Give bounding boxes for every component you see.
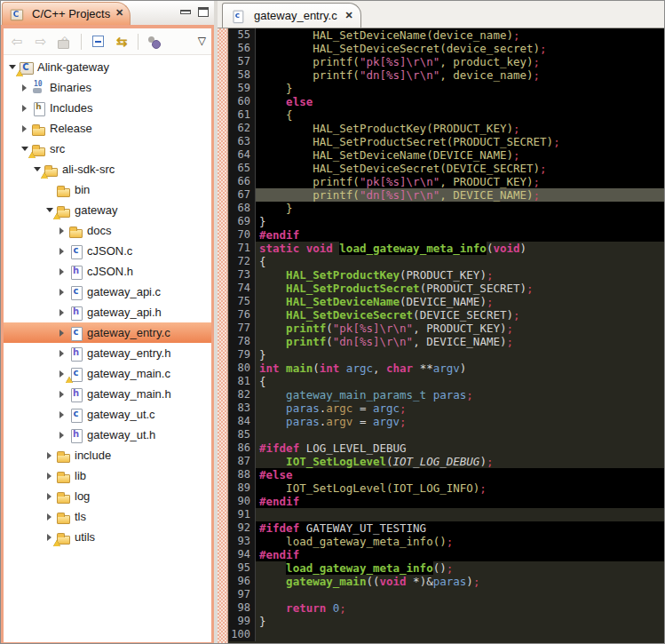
code-line[interactable]: printf("dn[%s]\r\n", device_name);	[256, 68, 665, 82]
line-number[interactable]: 69	[229, 215, 256, 228]
code-line[interactable]: static void load_gateway_meta_info(void)	[256, 242, 665, 255]
tree-item-gateway-main-c[interactable]: gateway_main.c	[4, 363, 211, 384]
customize-view-icon[interactable]	[146, 34, 162, 50]
tree-item-gateway-ut-c[interactable]: gateway_ut.c	[4, 404, 211, 425]
code-line[interactable]: printf("dn[%s]\r\n", DEVICE_NAME);	[256, 335, 665, 348]
expand-arrow-icon[interactable]	[57, 227, 67, 235]
expand-arrow-icon[interactable]	[44, 513, 54, 521]
line-number[interactable]: 79	[229, 348, 256, 362]
tree-item-src[interactable]: src	[4, 139, 211, 159]
code-line[interactable]: paras.argc = argc;	[256, 402, 665, 415]
line-number[interactable]: 98	[229, 601, 256, 615]
expand-arrow-icon[interactable]	[57, 390, 67, 399]
tree-item-log[interactable]: log	[4, 486, 211, 506]
line-number[interactable]: 72	[229, 255, 256, 268]
tree-item-release[interactable]: Release	[4, 118, 211, 139]
link-with-editor-icon[interactable]: ⇆	[114, 34, 130, 50]
code-line[interactable]: #ifdef GATEWAY_UT_TESTING	[256, 521, 665, 535]
line-number[interactable]: 80	[229, 362, 256, 375]
code-line[interactable]	[256, 628, 665, 641]
tree-item-tls[interactable]: tls	[4, 506, 211, 527]
line-number[interactable]: 59	[229, 82, 256, 95]
view-menu-dropdown-icon[interactable]: ▽	[198, 36, 206, 46]
tree-item-gateway[interactable]: gateway	[4, 200, 211, 220]
current-line-code[interactable]: printf("dn[%s]\r\n", DEVICE_NAME);	[256, 188, 665, 202]
tree-item-cjson-h[interactable]: cJSON.h	[4, 261, 211, 282]
line-number[interactable]: 66	[229, 175, 256, 188]
collapse-all-icon[interactable]	[90, 34, 106, 50]
tree-item-binaries[interactable]: Binaries	[4, 77, 211, 98]
code-line[interactable]: IOT_SetLogLevel(IOT_LOG_INFO);	[256, 481, 665, 495]
expand-arrow-icon[interactable]	[44, 451, 54, 460]
line-number[interactable]: 91	[229, 508, 256, 521]
code-line[interactable]: #endif	[256, 228, 665, 242]
tree-item-gateway-entry-h[interactable]: gateway_entry.h	[4, 343, 211, 363]
code-line[interactable]: }	[256, 348, 665, 362]
tree-item-gateway-entry-c[interactable]: gateway_entry.c	[4, 322, 211, 343]
code-line[interactable]: gateway_main((void *)&paras);	[256, 575, 665, 588]
code-line[interactable]: HAL_SetDeviceName(DEVICE_NAME);	[256, 148, 665, 162]
code-line[interactable]: HAL_SetProductKey(PRODUCT_KEY);	[256, 268, 665, 282]
line-number[interactable]: 62	[229, 122, 256, 135]
line-number[interactable]: 82	[229, 388, 256, 402]
code-line[interactable]: gateway_main_params_t paras;	[256, 388, 665, 402]
code-line[interactable]: HAL_SetDeviceSecret(DEVICE_SECRET);	[256, 162, 665, 175]
line-number[interactable]: 100	[229, 628, 256, 641]
tree-item-includes[interactable]: Includes	[4, 98, 211, 118]
line-number[interactable]: 56	[229, 42, 256, 55]
expand-arrow-icon[interactable]	[44, 492, 54, 501]
line-number[interactable]: 75	[229, 295, 256, 308]
line-number[interactable]: 89	[229, 481, 256, 495]
line-number[interactable]: 74	[229, 282, 256, 295]
code-line[interactable]: int main(int argc, char **argv)	[256, 362, 665, 375]
line-number[interactable]: 68	[229, 202, 256, 215]
line-number[interactable]: 57	[229, 55, 256, 68]
line-number[interactable]: 85	[229, 428, 256, 441]
close-editor-tab-icon[interactable]: ✕	[344, 11, 352, 20]
tree-item-gateway-api-h[interactable]: gateway_api.h	[4, 302, 211, 322]
back-arrow-icon[interactable]: ⇦	[9, 34, 25, 50]
tab-cpp-projects[interactable]: C/C++ Projects ✕	[2, 2, 131, 25]
line-number[interactable]: 71	[229, 242, 256, 255]
expand-arrow-icon[interactable]	[57, 431, 67, 440]
maximize-view-button[interactable]	[198, 7, 209, 17]
code-line[interactable]: HAL_SetDeviceName(DEVICE_NAME);	[256, 295, 665, 308]
code-line[interactable]: #else	[256, 468, 665, 481]
code-line[interactable]: HAL_SetDeviceName(device_name);	[256, 28, 665, 42]
line-number[interactable]: 96	[229, 575, 256, 588]
code-line[interactable]	[256, 588, 665, 601]
code-line[interactable]: load_gateway_meta_info();	[256, 561, 665, 575]
code-line[interactable]: {	[256, 255, 665, 268]
line-number[interactable]: 77	[229, 322, 256, 335]
close-view-icon[interactable]: ✕	[115, 8, 123, 18]
tree-item-alink-gateway[interactable]: Alink-gateway	[4, 57, 211, 77]
tree-item-ali-sdk-src[interactable]: ali-sdk-src	[4, 159, 211, 179]
line-number[interactable]: 55	[229, 28, 256, 42]
code-line[interactable]: #endif	[256, 495, 665, 508]
line-number[interactable]: 76	[229, 308, 256, 322]
line-number[interactable]: 70	[229, 228, 256, 242]
expand-arrow-icon[interactable]	[20, 83, 29, 92]
code-line[interactable]: return 0;	[256, 601, 665, 615]
expand-arrow-icon[interactable]	[57, 247, 67, 256]
line-number[interactable]: 93	[229, 535, 256, 548]
line-number[interactable]: 73	[229, 268, 256, 282]
line-number[interactable]: 63	[229, 135, 256, 148]
line-number[interactable]: 78	[229, 335, 256, 348]
code-line[interactable]: HAL_SetDeviceSecret(device_secret);	[256, 42, 665, 55]
tree-item-docs[interactable]: docs	[4, 220, 211, 241]
code-line[interactable]: #endif	[256, 548, 665, 561]
line-number[interactable]: 87	[229, 455, 256, 468]
code-line[interactable]: IOT_SetLogLevel(IOT_LOG_DEBUG);	[256, 455, 665, 468]
code-line[interactable]: printf("pk[%s]\r\n", PRODUCT_KEY);	[256, 175, 665, 188]
line-number[interactable]: 58	[229, 68, 256, 82]
code-line[interactable]: printf("pk[%s]\r\n", product_key);	[256, 55, 665, 68]
expand-arrow-icon[interactable]	[57, 288, 67, 297]
expand-arrow-icon[interactable]	[57, 329, 67, 338]
code-line[interactable]: }	[256, 615, 665, 628]
expand-arrow-icon[interactable]	[20, 104, 29, 113]
code-line[interactable]: #ifdef LOG_LEVEL_DEBUG	[256, 441, 665, 455]
tree-item-gateway-api-c[interactable]: gateway_api.c	[4, 282, 211, 302]
expand-arrow-icon[interactable]	[57, 308, 67, 317]
tab-gateway-entry-c[interactable]: gateway_entry.c ✕	[222, 3, 361, 28]
